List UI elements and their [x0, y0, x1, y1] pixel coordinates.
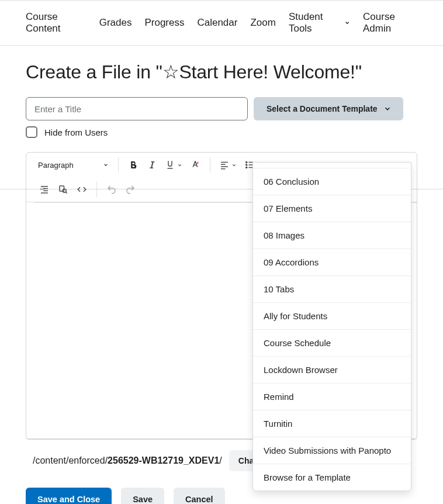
title-input[interactable]	[26, 97, 248, 120]
select-template-button[interactable]: Select a Document Template	[254, 97, 403, 120]
svg-text:123: 123	[40, 188, 45, 191]
select-template-label: Select a Document Template	[267, 104, 378, 113]
path-suffix: /	[219, 455, 222, 465]
template-option[interactable]: 09 Accordions	[253, 249, 411, 276]
source-code-button[interactable]	[73, 181, 91, 198]
template-option[interactable]: 06 Conclusion	[253, 168, 411, 195]
nav-student-tools-label: Student Tools	[289, 11, 341, 34]
svg-point-6	[245, 167, 247, 168]
bold-button[interactable]	[124, 156, 142, 174]
indent-icon: 123	[39, 184, 50, 195]
redo-icon	[125, 184, 136, 195]
template-option[interactable]: 08 Images	[253, 222, 411, 249]
save-and-close-button[interactable]: Save and Close	[26, 488, 112, 504]
page-title: Create a File in "☆Start Here! Welcome!"	[26, 61, 417, 83]
font-color-icon	[190, 160, 200, 170]
underline-button[interactable]	[162, 156, 185, 174]
template-option[interactable]: Remind	[253, 384, 411, 410]
block-format-label: Paragraph	[38, 161, 74, 170]
save-button[interactable]: Save	[121, 488, 164, 504]
italic-button[interactable]	[143, 156, 161, 174]
nav-progress[interactable]: Progress	[144, 11, 184, 34]
align-left-icon	[219, 160, 230, 170]
text-color-button[interactable]	[186, 156, 204, 174]
chevron-down-icon	[177, 163, 182, 168]
chevron-down-icon	[383, 105, 392, 113]
undo-button[interactable]	[103, 181, 120, 198]
chevron-down-icon	[344, 19, 350, 26]
path-course: 256529-WB12719_XDEV1	[108, 455, 219, 465]
code-icon	[77, 184, 87, 195]
dropdown-scroll-top	[253, 163, 411, 168]
top-nav: Course Content Grades Progress Calendar …	[0, 0, 443, 46]
template-option[interactable]: 07 Elements	[253, 195, 411, 222]
path-prefix: /content/enforced/	[33, 455, 108, 465]
svg-rect-17	[60, 186, 64, 191]
align-button[interactable]	[216, 156, 240, 174]
chevron-down-icon	[103, 162, 109, 168]
accessibility-check-button[interactable]	[54, 181, 72, 198]
svg-point-4	[245, 161, 247, 163]
chevron-down-icon	[231, 163, 237, 168]
redo-button[interactable]	[122, 181, 139, 198]
template-option[interactable]: Course Schedule	[253, 330, 411, 357]
file-path: /content/enforced/256529-WB12719_XDEV1/	[33, 455, 222, 466]
nav-calendar[interactable]: Calendar	[197, 11, 237, 34]
block-format-select[interactable]: Paragraph	[36, 158, 112, 172]
underline-icon	[165, 160, 175, 170]
nav-zoom[interactable]: Zoom	[250, 11, 275, 34]
nav-course-admin[interactable]: Course Admin	[363, 11, 417, 34]
nav-course-content[interactable]: Course Content	[26, 11, 86, 34]
toolbar-separator	[210, 157, 210, 172]
hide-from-users-label: Hide from Users	[44, 127, 108, 137]
svg-line-19	[66, 192, 67, 194]
toolbar-separator	[96, 182, 97, 197]
search-check-icon	[58, 184, 68, 195]
template-option[interactable]: 10 Tabs	[253, 276, 411, 303]
bold-icon	[128, 160, 139, 170]
undo-icon	[106, 184, 117, 195]
toolbar-separator	[118, 157, 119, 172]
cancel-button[interactable]: Cancel	[174, 488, 225, 504]
hide-from-users-checkbox[interactable]	[26, 126, 37, 138]
template-dropdown: 06 Conclusion 07 Elements 08 Images 09 A…	[252, 162, 411, 491]
browse-template-option[interactable]: Browse for a Template	[253, 464, 411, 491]
nav-grades[interactable]: Grades	[99, 11, 132, 34]
template-option[interactable]: Ally for Students	[253, 303, 411, 330]
svg-point-5	[245, 164, 247, 165]
template-option[interactable]: Video Submissions with Panopto	[253, 437, 411, 464]
template-option[interactable]: Lockdown Browser	[253, 357, 411, 384]
template-option[interactable]: Turnitin	[253, 410, 411, 437]
indent-button[interactable]: 123	[36, 181, 53, 198]
nav-student-tools[interactable]: Student Tools	[289, 11, 350, 34]
italic-icon	[147, 160, 157, 170]
